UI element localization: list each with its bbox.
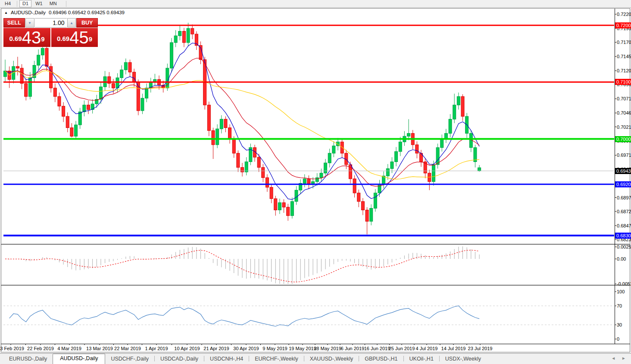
symbol-tab-usdcad-daily[interactable]: USDCAD-,Daily — [155, 355, 204, 364]
rsi-axis-label: 30 — [617, 322, 622, 327]
timeframe-button-D1[interactable]: D1 — [19, 0, 31, 7]
price-tick-label: 0.70710 — [617, 96, 631, 101]
toolbar-separator — [66, 1, 66, 7]
date-label: 23 Jul 2019 — [468, 346, 493, 351]
chart-ohlc-values: 0.69496 0.69542 0.69425 0.69439 — [49, 10, 125, 15]
rsi-axis-label: 0 — [617, 336, 619, 342]
volume-increase-button[interactable]: ▲ — [67, 18, 76, 28]
price-badge-0.71005: 0.71005 — [615, 79, 631, 85]
price-tick-label: 0.70215 — [617, 124, 631, 130]
chevron-up-icon: ▲ — [70, 21, 73, 25]
date-label: 22 Feb 2019 — [27, 346, 54, 351]
one-click-collapse-icon[interactable]: ▲ — [4, 11, 8, 15]
price-badge-0.69204: 0.69204 — [615, 181, 631, 187]
sell-button[interactable]: SELL — [3, 18, 25, 28]
price-tick-label: 0.68475 — [617, 223, 631, 228]
date-label: 25 Jun 2019 — [389, 346, 415, 351]
price-badge-0.68300: 0.68300 — [615, 233, 631, 239]
symbol-tab-eurchf-weekly[interactable]: EURCHF-,Weekly — [249, 355, 303, 364]
price-badge-0.72005: 0.72005 — [615, 22, 631, 28]
price-tick-label: 0.68970 — [617, 195, 631, 200]
date-label: 28 May 2019 — [314, 346, 341, 351]
macd-axis-label: 0.002522 — [617, 244, 631, 249]
sell-price-prefix: 0.69 — [9, 32, 22, 45]
symbol-tab-usdx-weekly[interactable]: USDX-,Weekly — [440, 355, 487, 364]
symbol-tab-usdcnh-h4[interactable]: USDCNH-,H4 — [204, 355, 249, 364]
date-label: 13 Mar 2019 — [86, 346, 113, 351]
symbol-tab-xauusd-weekly[interactable]: XAUUSD-,Weekly — [304, 355, 359, 364]
price-tick-label: 0.71705 — [617, 40, 631, 45]
one-click-trade-panel: SELL ▼ ▲ BUY 0.69 43 9 0.69 45 9 — [3, 18, 98, 47]
rsi-axis-label: 70 — [617, 303, 622, 308]
toolbar-separator — [17, 1, 17, 7]
date-label: 6 Jun 2019 — [341, 346, 364, 351]
buy-price-sup: 9 — [89, 28, 92, 50]
sell-price-big: 43 — [22, 30, 41, 45]
tab-scroll-right-button[interactable]: ► — [622, 356, 626, 361]
price-badge-0.69439: 0.69439 — [615, 168, 631, 174]
date-label: 1 Apr 2019 — [145, 346, 168, 351]
timeframe-button-W1[interactable]: W1 — [32, 0, 46, 7]
timeframe-button-H4[interactable]: H4 — [2, 0, 14, 7]
date-label: 13 Feb 2019 — [0, 346, 24, 351]
buy-price-prefix: 0.69 — [57, 32, 69, 45]
date-label: 19 May 2019 — [289, 346, 316, 351]
tab-scroll-left-button[interactable]: ◄ — [611, 356, 615, 361]
price-tick-label: 0.69715 — [617, 152, 631, 158]
symbol-tab-eurusd-daily[interactable]: EURUSD-,Daily — [3, 355, 53, 364]
timeframe-toolbar: H4D1W1MN — [0, 0, 631, 8]
date-label: 30 Apr 2019 — [233, 346, 259, 351]
volume-decrease-button[interactable]: ▼ — [25, 18, 34, 28]
timeframe-button-MN[interactable]: MN — [47, 0, 60, 7]
date-label: 14 Jul 2019 — [441, 346, 466, 351]
date-label: 4 Mar 2019 — [57, 346, 81, 351]
date-label: 22 Mar 2019 — [114, 346, 141, 351]
symbol-tab-audusd-daily[interactable]: AUDUSD-,Daily — [53, 354, 105, 364]
price-badge-0.70002: 0.70002 — [615, 136, 631, 142]
chart-symbol-title: AUDUSD-,Daily — [11, 10, 46, 15]
price-tick-label: 0.71455 — [617, 54, 631, 59]
price-tick-label: 0.71205 — [617, 68, 631, 73]
date-label: 21 Apr 2019 — [203, 346, 229, 351]
chevron-down-icon: ▼ — [28, 21, 31, 25]
price-tick-label: 0.68725 — [617, 209, 631, 214]
chart-plot-area[interactable] — [3, 9, 614, 344]
price-tick-label: 0.72200 — [617, 12, 631, 17]
date-label: 16 Jun 2019 — [364, 346, 390, 351]
symbol-tab-gbpusd-h1[interactable]: GBPUSD-,H1 — [359, 355, 403, 364]
symbol-tab-usdchf-daily[interactable]: USDCHF-,Daily — [105, 355, 154, 364]
symbol-tab-ukoil-h1[interactable]: UKOil-,H1 — [404, 355, 439, 364]
date-label: 9 May 2019 — [262, 346, 287, 351]
date-label: 10 Apr 2019 — [174, 346, 200, 351]
sell-price-sup: 9 — [41, 28, 44, 50]
macd-axis-label: 0.00 — [617, 256, 626, 261]
price-tick-label: 0.70460 — [617, 110, 631, 115]
buy-button[interactable]: BUY — [76, 18, 98, 28]
buy-price-tile[interactable]: 0.69 45 9 — [51, 28, 98, 47]
buy-price-big: 45 — [69, 30, 89, 45]
volume-input[interactable] — [35, 18, 67, 28]
macd-axis-label: -0.005234 — [617, 281, 631, 286]
sell-price-tile[interactable]: 0.69 43 9 — [3, 28, 50, 47]
symbol-tab-bar: EURUSD-,DailyAUDUSD-,DailyUSDCHF-,DailyU… — [0, 353, 631, 364]
date-label: 4 Jul 2019 — [416, 346, 438, 351]
rsi-axis-label: 100 — [617, 289, 625, 294]
